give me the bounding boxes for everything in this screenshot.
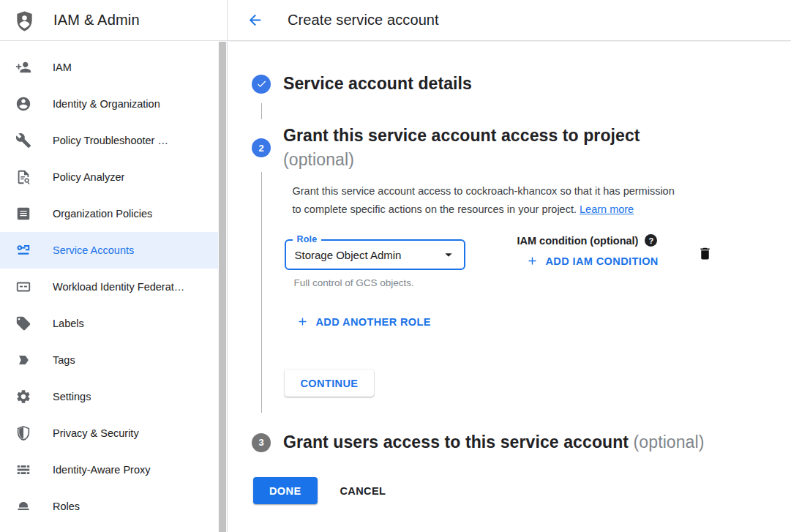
- role-selected-value: Storage Object Admin: [295, 249, 402, 261]
- plus-icon: [296, 315, 309, 328]
- sidebar-scrollbar[interactable]: [218, 42, 227, 532]
- learn-more-link[interactable]: Learn more: [580, 203, 634, 215]
- sidebar-item-privacy-security[interactable]: Privacy & Security: [0, 415, 227, 452]
- plus-icon: [526, 255, 539, 267]
- help-icon[interactable]: ?: [645, 234, 657, 247]
- step2-body: Grant this service account access to coc…: [261, 172, 777, 413]
- identity-icon: [15, 96, 31, 112]
- sidebar-item-identity-aware-proxy[interactable]: Identity-Aware Proxy: [0, 452, 227, 488]
- step2-row: 2 Grant this service account access to p…: [252, 124, 776, 172]
- step3-number-circle: 3: [252, 433, 271, 452]
- sidebar-item-label: Privacy & Security: [53, 427, 139, 439]
- sidebar-item-label: Roles: [53, 501, 80, 512]
- tag-icon: [15, 352, 31, 368]
- form-actions: DONE CANCEL: [253, 477, 776, 504]
- sidebar-item-labels[interactable]: Labels: [0, 305, 227, 342]
- wrench-icon: [15, 132, 31, 149]
- sidebar-item-label: IAM: [53, 61, 72, 73]
- sidebar-item-policy-analyzer[interactable]: Policy Analyzer: [0, 159, 227, 195]
- role-helper-text: Full control of GCS objects.: [294, 277, 465, 288]
- sidebar-item-label: Organization Policies: [53, 208, 152, 220]
- step3-number: 3: [258, 437, 263, 448]
- arrow-back-icon: [247, 12, 263, 29]
- cancel-button[interactable]: CANCEL: [340, 485, 386, 497]
- step2-optional-label: (optional): [283, 150, 354, 169]
- done-button[interactable]: DONE: [253, 477, 318, 504]
- add-another-role-button[interactable]: ADD ANOTHER ROLE: [296, 315, 431, 328]
- sidebar-item-label: Identity & Organization: [53, 98, 160, 110]
- sidebar-item-policy-troubleshooter[interactable]: Policy Troubleshooter …: [0, 122, 227, 159]
- step2-number-circle: 2: [252, 138, 271, 157]
- sidebar-item-workload-identity-federat[interactable]: Workload Identity Federat…: [0, 269, 227, 305]
- org-policies-icon: [15, 206, 31, 222]
- step3-row: 3 Grant users access to this service acc…: [252, 430, 776, 454]
- add-iam-condition-button[interactable]: ADD IAM CONDITION: [526, 255, 659, 267]
- sidebar-item-settings[interactable]: Settings: [0, 378, 227, 415]
- sidebar-item-label: Service Accounts: [53, 244, 134, 256]
- arrow-drop-down-icon: [441, 247, 457, 263]
- main-region: Create service account Service account d…: [228, 0, 791, 532]
- scrollbar-thumb[interactable]: [219, 42, 226, 532]
- content: Service account details 2 Grant this ser…: [228, 41, 791, 532]
- step1-title: Service account details: [283, 72, 472, 96]
- iam-condition-label: IAM condition (optional): [517, 235, 639, 247]
- policy-analyzer-icon: [15, 169, 31, 185]
- step1-row: Service account details: [252, 72, 776, 96]
- role-field-column: Role Storage Object Admin Full control o…: [285, 239, 465, 288]
- step2-number: 2: [258, 143, 263, 154]
- sidebar-item-label: Workload Identity Federat…: [53, 281, 184, 293]
- role-select[interactable]: Role Storage Object Admin: [285, 239, 465, 270]
- sidebar-product-title: IAM & Admin: [53, 12, 140, 29]
- app-root: IAM & Admin IAM Identity & Organization …: [0, 0, 791, 532]
- sidebar-item-identity-organization[interactable]: Identity & Organization: [0, 86, 227, 122]
- step3-optional-label: (optional): [634, 432, 705, 452]
- sidebar-nav: IAM Identity & Organization Policy Troub…: [0, 41, 227, 525]
- sidebar-item-label: Identity-Aware Proxy: [53, 464, 151, 476]
- sidebar-item-label: Tags: [53, 354, 75, 366]
- step2-description: Grant this service account access to coc…: [293, 182, 777, 219]
- workload-identity-icon: [15, 279, 31, 295]
- person-add-icon: [15, 59, 31, 75]
- sidebar-item-service-accounts[interactable]: Service Accounts: [0, 232, 227, 269]
- step1-complete-circle: [252, 75, 271, 94]
- trash-icon: [697, 246, 713, 261]
- step3-title: Grant users access to this service accou…: [283, 430, 704, 454]
- topbar: Create service account: [228, 0, 791, 41]
- check-icon: [256, 78, 267, 89]
- sidebar-item-label: Labels: [53, 318, 84, 329]
- stepper-connector: [261, 103, 263, 119]
- iap-icon: [15, 462, 31, 478]
- sidebar-header: IAM & Admin: [0, 0, 227, 41]
- sidebar-item-label: Policy Analyzer: [53, 171, 124, 183]
- continue-button[interactable]: CONTINUE: [285, 370, 375, 397]
- sidebar-item-organization-policies[interactable]: Organization Policies: [0, 195, 227, 232]
- sidebar-item-label: Policy Troubleshooter …: [53, 135, 168, 146]
- sidebar: IAM & Admin IAM Identity & Organization …: [0, 0, 228, 532]
- privacy-security-icon: [15, 425, 31, 441]
- iam-admin-shield-logo-icon: [14, 9, 35, 32]
- back-button[interactable]: [247, 12, 263, 29]
- sidebar-item-label: Settings: [53, 391, 91, 402]
- step2-title: Grant this service account access to pro…: [283, 124, 640, 172]
- service-accounts-icon: [15, 242, 31, 258]
- sidebar-item-tags[interactable]: Tags: [0, 342, 227, 378]
- iam-condition-block: IAM condition (optional) ? ADD IAM CONDI…: [517, 234, 659, 270]
- settings-icon: [15, 389, 31, 405]
- role-row: Role Storage Object Admin Full control o…: [285, 239, 777, 288]
- role-field-label: Role: [293, 234, 322, 244]
- sidebar-item-roles[interactable]: Roles: [0, 488, 227, 525]
- delete-role-button[interactable]: [697, 246, 713, 261]
- roles-icon: [15, 498, 31, 514]
- sidebar-item-iam[interactable]: IAM: [0, 49, 227, 86]
- page-title: Create service account: [288, 12, 439, 29]
- label-icon: [15, 315, 31, 331]
